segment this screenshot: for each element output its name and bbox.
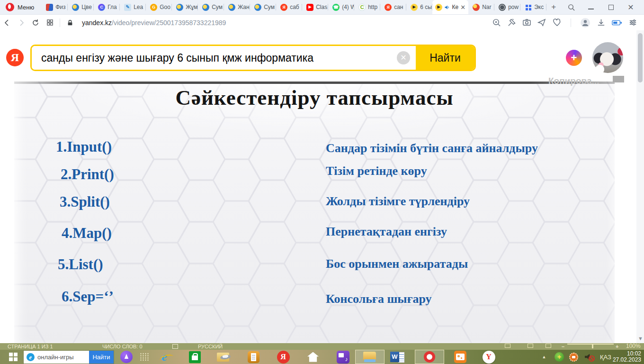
taskbar-find-button[interactable]: Найти (89, 351, 114, 364)
tab-search-icon[interactable] (567, 3, 575, 11)
zoom-slider-thumb[interactable] (592, 344, 593, 348)
media-player-button[interactable] (333, 350, 352, 364)
spellcheck-icon[interactable] (172, 344, 178, 349)
tab-after-1[interactable]: pow (494, 0, 520, 14)
reload-icon[interactable] (28, 19, 43, 27)
tab-close-icon[interactable]: ✕ (460, 4, 465, 11)
word-button[interactable] (387, 350, 408, 364)
alice-button[interactable] (119, 350, 134, 364)
notes-icon (248, 351, 259, 363)
yandex-app-button[interactable]: Я (274, 350, 293, 364)
photos-button[interactable] (451, 350, 470, 364)
minimize-button[interactable] (587, 3, 595, 11)
tab-9[interactable]: Ясаб (276, 0, 302, 14)
tab-7[interactable]: Жан (224, 0, 250, 14)
yandex-browser-button[interactable]: Y (479, 350, 498, 364)
active-tab-label: Ке (452, 4, 459, 10)
scrollbar-thumb[interactable] (638, 33, 643, 82)
opera-menu-button[interactable]: Меню (0, 0, 42, 14)
task-view-button[interactable] (137, 350, 152, 364)
learning-apps-icon: ✎ (124, 4, 131, 11)
tab-0[interactable]: Физ (42, 0, 68, 14)
lock-icon[interactable] (63, 19, 77, 26)
scrollbar-down-icon[interactable]: ▼ (638, 336, 643, 341)
snapshot-icon[interactable] (522, 18, 531, 27)
home-button[interactable] (304, 350, 322, 364)
zoom-in-icon[interactable]: + (616, 344, 618, 349)
taskbar-search-box[interactable]: e онлайн-игры Найти (24, 351, 114, 364)
task-view-icon (140, 353, 149, 361)
scrollbar[interactable]: ▼ (636, 30, 644, 344)
volume-tray-button[interactable] (581, 350, 595, 364)
tab-4[interactable]: GGoo (146, 0, 172, 14)
zoom-slider[interactable] (567, 344, 614, 345)
back-icon[interactable] (0, 19, 14, 27)
zoom-in-icon[interactable] (492, 18, 501, 27)
zoom-out-icon[interactable]: – (562, 344, 564, 349)
restore-button[interactable] (607, 3, 615, 11)
url-text[interactable]: yandex.kz/video/preview/2500173958733221… (82, 19, 226, 27)
video-play-icon: ▶ (411, 4, 418, 11)
antivirus-tray-button[interactable]: + (553, 350, 565, 364)
tab-3[interactable]: ✎Lea (120, 0, 146, 14)
yandex-plus-icon[interactable]: + (566, 50, 582, 66)
tab-11[interactable]: ☎(4) W (328, 0, 354, 14)
pin-icon[interactable] (507, 18, 516, 27)
new-tab-button[interactable]: + (546, 2, 561, 12)
clear-search-icon[interactable]: ✕ (397, 51, 410, 64)
download-icon[interactable] (597, 18, 606, 27)
web-layout-icon[interactable] (546, 344, 551, 348)
tab-14[interactable]: ▶6 сы (406, 0, 432, 14)
yandex-icon: Я (385, 4, 392, 11)
match-left-item: 2.Print() (61, 166, 114, 183)
tab-after-0[interactable]: Nar (468, 0, 494, 14)
tab-6[interactable]: Сум (198, 0, 224, 14)
search-input[interactable] (32, 46, 391, 70)
tab-label: Lea (134, 4, 146, 10)
tab-after-2[interactable]: Экс (520, 0, 546, 14)
match-right-item: Сандар тізімін бүтін санға айналдыру (326, 141, 538, 155)
hand-icon (228, 4, 235, 11)
avatar[interactable] (592, 42, 623, 73)
opera-button[interactable] (415, 350, 444, 364)
recorder-tray-button[interactable] (567, 350, 580, 364)
store-button[interactable] (186, 350, 204, 364)
video-slide[interactable]: Сәйкестендіру тапсырмасы 1.Input()2.Prin… (14, 82, 615, 343)
clock[interactable]: 10:02 27.02.2023 (614, 350, 643, 364)
match-left-item: 4.Map() (62, 225, 112, 242)
tab-5[interactable]: Жұм (172, 0, 198, 14)
heart-icon[interactable] (553, 18, 562, 27)
internet-explorer-icon: e (161, 351, 167, 363)
profile-icon[interactable] (580, 18, 590, 28)
taskbar: e онлайн-игры Найти e Я Y ▲ + ҚАЗ 10:02 … (0, 350, 644, 364)
notes-button[interactable] (244, 350, 262, 364)
photos-icon (454, 351, 466, 363)
tab-13[interactable]: Ясан (380, 0, 406, 14)
url-path: /video/preview/2500173958733221989 (112, 19, 226, 27)
tab-10[interactable]: ▶Clas (302, 0, 328, 14)
forward-icon[interactable] (14, 19, 28, 27)
address-bar-actions (492, 18, 644, 28)
find-button[interactable]: Найти (416, 46, 474, 70)
window-controls: ✕ (567, 3, 644, 11)
internet-explorer-button[interactable]: e (155, 350, 173, 364)
file-manager-button[interactable] (214, 350, 234, 364)
speed-dial-icon[interactable] (43, 19, 57, 26)
tab-1[interactable]: Цве (68, 0, 94, 14)
send-icon[interactable] (537, 18, 546, 27)
tab-active[interactable]: ▶ Ке ✕ (432, 0, 468, 14)
tray-expand-icon[interactable]: ▲ (540, 350, 548, 364)
tab-12[interactable]: Chttp (354, 0, 380, 14)
read-mode-icon[interactable] (505, 344, 510, 348)
tab-2[interactable]: CГла (94, 0, 120, 14)
language-indicator[interactable]: ҚАЗ (598, 350, 614, 364)
yandex-logo-icon[interactable]: Я (6, 49, 24, 66)
match-right-item: Тізім ретінде көру (326, 164, 427, 178)
start-button[interactable] (4, 350, 23, 364)
tab-8[interactable]: Сум (250, 0, 276, 14)
close-button[interactable]: ✕ (627, 3, 635, 11)
print-layout-icon[interactable] (528, 344, 533, 348)
file-explorer-button[interactable] (355, 350, 385, 364)
settings-sliders-icon[interactable] (628, 18, 637, 27)
battery-saver-icon[interactable] (612, 19, 622, 27)
